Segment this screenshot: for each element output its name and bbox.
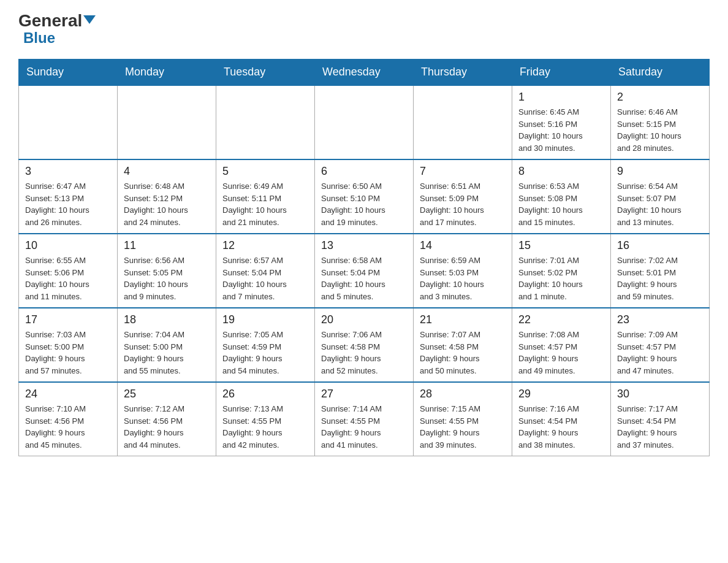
day-info: Sunrise: 7:01 AM Sunset: 5:02 PM Dayligh… — [518, 255, 604, 302]
day-number: 30 — [617, 388, 703, 400]
day-number: 3 — [25, 165, 111, 178]
day-info: Sunrise: 7:06 AM Sunset: 4:58 PM Dayligh… — [321, 329, 407, 377]
day-number: 5 — [222, 165, 308, 178]
calendar-cell: 2Sunrise: 6:46 AM Sunset: 5:15 PM Daylig… — [611, 85, 710, 159]
day-number: 9 — [617, 165, 703, 178]
calendar-cell: 13Sunrise: 6:58 AM Sunset: 5:04 PM Dayli… — [315, 234, 414, 308]
page-header: General Blue — [18, 12, 710, 47]
weekday-header-row: SundayMondayTuesdayWednesdayThursdayFrid… — [19, 59, 710, 86]
calendar-cell: 1Sunrise: 6:45 AM Sunset: 5:16 PM Daylig… — [512, 85, 611, 159]
calendar-cell: 25Sunrise: 7:12 AM Sunset: 4:56 PM Dayli… — [118, 382, 216, 456]
weekday-header-thursday: Thursday — [414, 59, 512, 86]
day-info: Sunrise: 7:16 AM Sunset: 4:54 PM Dayligh… — [518, 403, 604, 451]
day-info: Sunrise: 7:05 AM Sunset: 4:59 PM Dayligh… — [222, 329, 308, 377]
calendar-cell: 27Sunrise: 7:14 AM Sunset: 4:55 PM Dayli… — [315, 382, 414, 456]
day-info: Sunrise: 6:53 AM Sunset: 5:08 PM Dayligh… — [518, 180, 604, 228]
calendar-cell: 9Sunrise: 6:54 AM Sunset: 5:07 PM Daylig… — [611, 159, 710, 234]
calendar-cell: 28Sunrise: 7:15 AM Sunset: 4:55 PM Dayli… — [414, 382, 512, 456]
day-info: Sunrise: 6:48 AM Sunset: 5:12 PM Dayligh… — [124, 180, 210, 228]
weekday-header-monday: Monday — [118, 59, 216, 86]
day-number: 15 — [518, 239, 604, 252]
calendar-cell: 5Sunrise: 6:49 AM Sunset: 5:11 PM Daylig… — [216, 159, 315, 234]
day-number: 23 — [617, 313, 703, 326]
logo-general-text: General — [18, 12, 82, 29]
day-number: 28 — [420, 388, 506, 400]
calendar-cell: 18Sunrise: 7:04 AM Sunset: 5:00 PM Dayli… — [118, 308, 216, 382]
week-row-1: 1Sunrise: 6:45 AM Sunset: 5:16 PM Daylig… — [19, 85, 710, 159]
calendar-cell: 11Sunrise: 6:56 AM Sunset: 5:05 PM Dayli… — [118, 234, 216, 308]
calendar-cell: 20Sunrise: 7:06 AM Sunset: 4:58 PM Dayli… — [315, 308, 414, 382]
calendar-cell: 6Sunrise: 6:50 AM Sunset: 5:10 PM Daylig… — [315, 159, 414, 234]
calendar-cell: 26Sunrise: 7:13 AM Sunset: 4:55 PM Dayli… — [216, 382, 315, 456]
week-row-3: 10Sunrise: 6:55 AM Sunset: 5:06 PM Dayli… — [19, 234, 710, 308]
calendar-cell: 21Sunrise: 7:07 AM Sunset: 4:58 PM Dayli… — [414, 308, 512, 382]
calendar-cell: 16Sunrise: 7:02 AM Sunset: 5:01 PM Dayli… — [611, 234, 710, 308]
day-info: Sunrise: 7:12 AM Sunset: 4:56 PM Dayligh… — [124, 403, 210, 451]
calendar-cell — [315, 85, 414, 159]
day-number: 14 — [420, 239, 506, 252]
day-number: 7 — [420, 165, 506, 178]
day-number: 4 — [124, 165, 210, 178]
day-info: Sunrise: 7:14 AM Sunset: 4:55 PM Dayligh… — [321, 403, 407, 451]
day-number: 11 — [124, 239, 210, 252]
day-info: Sunrise: 7:15 AM Sunset: 4:55 PM Dayligh… — [420, 403, 506, 451]
day-info: Sunrise: 7:17 AM Sunset: 4:54 PM Dayligh… — [617, 403, 703, 451]
week-row-2: 3Sunrise: 6:47 AM Sunset: 5:13 PM Daylig… — [19, 159, 710, 234]
weekday-header-friday: Friday — [512, 59, 611, 86]
day-number: 22 — [518, 313, 604, 326]
day-info: Sunrise: 6:57 AM Sunset: 5:04 PM Dayligh… — [222, 255, 308, 302]
calendar-cell: 8Sunrise: 6:53 AM Sunset: 5:08 PM Daylig… — [512, 159, 611, 234]
day-info: Sunrise: 6:49 AM Sunset: 5:11 PM Dayligh… — [222, 180, 308, 228]
calendar-cell — [414, 85, 512, 159]
day-info: Sunrise: 7:09 AM Sunset: 4:57 PM Dayligh… — [617, 329, 703, 377]
calendar-cell: 4Sunrise: 6:48 AM Sunset: 5:12 PM Daylig… — [118, 159, 216, 234]
day-number: 2 — [617, 91, 703, 104]
calendar-cell: 12Sunrise: 6:57 AM Sunset: 5:04 PM Dayli… — [216, 234, 315, 308]
day-number: 19 — [222, 313, 308, 326]
calendar-cell: 19Sunrise: 7:05 AM Sunset: 4:59 PM Dayli… — [216, 308, 315, 382]
calendar-cell: 3Sunrise: 6:47 AM Sunset: 5:13 PM Daylig… — [19, 159, 118, 234]
logo-blue-text: Blue — [23, 29, 55, 47]
calendar-cell: 7Sunrise: 6:51 AM Sunset: 5:09 PM Daylig… — [414, 159, 512, 234]
day-info: Sunrise: 6:58 AM Sunset: 5:04 PM Dayligh… — [321, 255, 407, 302]
calendar-cell: 10Sunrise: 6:55 AM Sunset: 5:06 PM Dayli… — [19, 234, 118, 308]
weekday-header-wednesday: Wednesday — [315, 59, 414, 86]
day-info: Sunrise: 6:51 AM Sunset: 5:09 PM Dayligh… — [420, 180, 506, 228]
day-info: Sunrise: 6:50 AM Sunset: 5:10 PM Dayligh… — [321, 180, 407, 228]
calendar-cell: 15Sunrise: 7:01 AM Sunset: 5:02 PM Dayli… — [512, 234, 611, 308]
day-info: Sunrise: 7:02 AM Sunset: 5:01 PM Dayligh… — [617, 255, 703, 302]
day-number: 21 — [420, 313, 506, 326]
day-number: 24 — [25, 388, 111, 400]
calendar-cell: 23Sunrise: 7:09 AM Sunset: 4:57 PM Dayli… — [611, 308, 710, 382]
calendar-cell — [216, 85, 315, 159]
calendar-cell — [19, 85, 118, 159]
day-number: 18 — [124, 313, 210, 326]
day-info: Sunrise: 6:45 AM Sunset: 5:16 PM Dayligh… — [518, 106, 604, 154]
day-number: 1 — [518, 91, 604, 104]
calendar-cell — [118, 85, 216, 159]
day-number: 6 — [321, 165, 407, 178]
day-info: Sunrise: 7:08 AM Sunset: 4:57 PM Dayligh… — [518, 329, 604, 377]
calendar-cell: 24Sunrise: 7:10 AM Sunset: 4:56 PM Dayli… — [19, 382, 118, 456]
day-number: 20 — [321, 313, 407, 326]
week-row-4: 17Sunrise: 7:03 AM Sunset: 5:00 PM Dayli… — [19, 308, 710, 382]
day-number: 13 — [321, 239, 407, 252]
day-number: 16 — [617, 239, 703, 252]
calendar-cell: 30Sunrise: 7:17 AM Sunset: 4:54 PM Dayli… — [611, 382, 710, 456]
day-info: Sunrise: 7:10 AM Sunset: 4:56 PM Dayligh… — [25, 403, 111, 451]
day-info: Sunrise: 6:54 AM Sunset: 5:07 PM Dayligh… — [617, 180, 703, 228]
calendar-cell: 22Sunrise: 7:08 AM Sunset: 4:57 PM Dayli… — [512, 308, 611, 382]
calendar-cell: 29Sunrise: 7:16 AM Sunset: 4:54 PM Dayli… — [512, 382, 611, 456]
day-info: Sunrise: 7:04 AM Sunset: 5:00 PM Dayligh… — [124, 329, 210, 377]
day-info: Sunrise: 6:55 AM Sunset: 5:06 PM Dayligh… — [25, 255, 111, 302]
calendar-cell: 17Sunrise: 7:03 AM Sunset: 5:00 PM Dayli… — [19, 308, 118, 382]
day-info: Sunrise: 7:03 AM Sunset: 5:00 PM Dayligh… — [25, 329, 111, 377]
day-number: 12 — [222, 239, 308, 252]
day-info: Sunrise: 7:07 AM Sunset: 4:58 PM Dayligh… — [420, 329, 506, 377]
day-info: Sunrise: 6:56 AM Sunset: 5:05 PM Dayligh… — [124, 255, 210, 302]
weekday-header-tuesday: Tuesday — [216, 59, 315, 86]
week-row-5: 24Sunrise: 7:10 AM Sunset: 4:56 PM Dayli… — [19, 382, 710, 456]
day-info: Sunrise: 6:47 AM Sunset: 5:13 PM Dayligh… — [25, 180, 111, 228]
day-number: 29 — [518, 388, 604, 400]
day-info: Sunrise: 7:13 AM Sunset: 4:55 PM Dayligh… — [222, 403, 308, 451]
